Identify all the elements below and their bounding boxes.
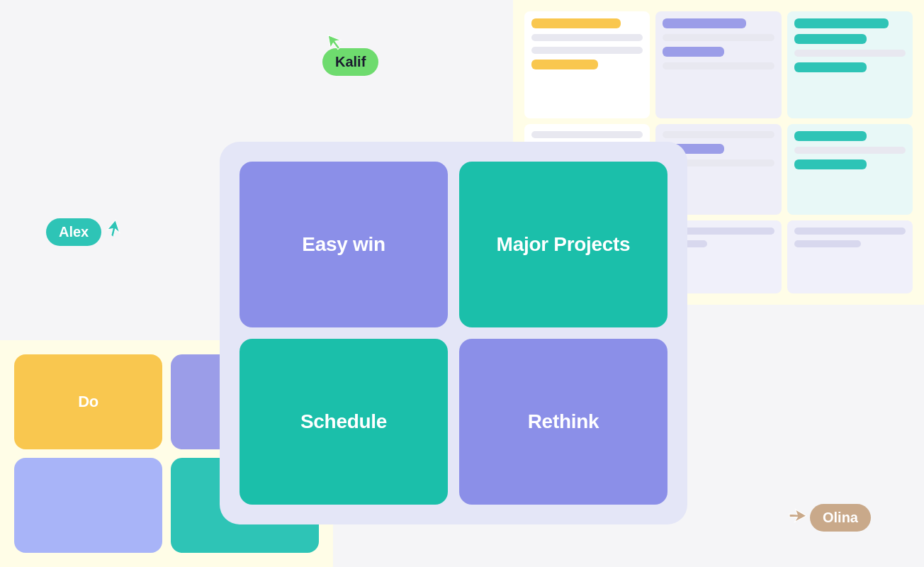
bar-21 xyxy=(794,159,867,169)
priority-matrix-card: Easy win Major Projects Schedule Rethink xyxy=(220,142,687,524)
svg-marker-2 xyxy=(787,508,806,526)
matrix-label-major-projects: Major Projects xyxy=(497,232,631,257)
kalif-name: Kalif xyxy=(335,54,366,69)
olina-tooltip: Olina xyxy=(810,504,871,532)
bar-13 xyxy=(531,131,643,138)
olina-bubble: Olina xyxy=(810,504,871,532)
bar-19 xyxy=(794,131,867,141)
table-col-6 xyxy=(787,124,913,215)
matrix-cell-easy-win[interactable]: Easy win xyxy=(240,162,448,327)
bl-label-do: Do xyxy=(78,393,98,411)
alex-cursor-icon xyxy=(106,218,128,240)
alex-bubble: Alex xyxy=(46,218,101,246)
bar-10 xyxy=(794,34,867,44)
olina-name: Olina xyxy=(823,510,858,525)
bar-16 xyxy=(663,131,774,138)
bar-26 xyxy=(794,228,906,235)
bl-cell-3 xyxy=(14,458,162,553)
bar-1 xyxy=(531,18,621,28)
table-col-3 xyxy=(787,11,913,118)
kalif-cursor-icon xyxy=(327,31,345,52)
bar-8 xyxy=(663,62,774,69)
table-col-2 xyxy=(655,11,781,118)
table-bottom-3 xyxy=(787,220,913,293)
svg-marker-1 xyxy=(106,220,124,239)
bar-20 xyxy=(794,147,906,154)
bl-cell-do: Do xyxy=(14,354,162,449)
matrix-label-schedule: Schedule xyxy=(300,410,387,434)
bar-6 xyxy=(663,34,774,41)
bar-2 xyxy=(531,34,643,41)
olina-cursor-icon xyxy=(784,506,808,529)
bar-7 xyxy=(663,47,724,57)
alex-name: Alex xyxy=(59,224,89,240)
bar-11 xyxy=(794,50,906,57)
table-col-1 xyxy=(524,11,650,118)
matrix-label-easy-win: Easy win xyxy=(302,232,385,257)
matrix-cell-rethink[interactable]: Rethink xyxy=(459,339,667,505)
bar-3 xyxy=(531,47,643,54)
matrix-cell-major-projects[interactable]: Major Projects xyxy=(459,162,667,327)
bar-5 xyxy=(663,18,746,28)
alex-tooltip: Alex xyxy=(46,218,101,246)
kalif-tooltip: Kalif xyxy=(322,48,378,76)
matrix-cell-schedule[interactable]: Schedule xyxy=(240,339,448,505)
bar-9 xyxy=(794,18,889,28)
svg-marker-0 xyxy=(328,33,342,50)
matrix-label-rethink: Rethink xyxy=(528,410,599,434)
bar-27 xyxy=(794,240,861,247)
bar-4 xyxy=(531,60,598,69)
bar-12 xyxy=(794,62,867,72)
kalif-bubble: Kalif xyxy=(322,48,378,76)
